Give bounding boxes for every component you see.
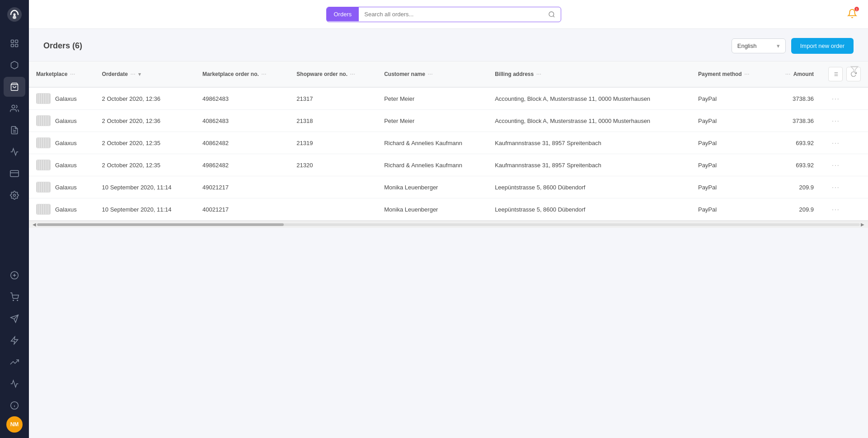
cell-sw-order-no-0: 21317 bbox=[289, 87, 377, 110]
col-customer-name[interactable]: Customer name ··· bbox=[377, 61, 488, 87]
col-payment-method[interactable]: Payment method ··· bbox=[691, 61, 770, 87]
user-avatar[interactable]: NM bbox=[6, 416, 23, 433]
svg-rect-5 bbox=[15, 44, 18, 47]
orders-table-container: Marketplace ··· Orderdate ··· ▾ bbox=[29, 61, 868, 221]
cell-marketplace-2: Galaxus bbox=[29, 132, 95, 154]
sidebar-item-info[interactable] bbox=[4, 396, 25, 415]
orders-controls: English ▾ Import new order bbox=[732, 38, 854, 54]
sidebar-item-add[interactable] bbox=[4, 265, 25, 285]
cell-billing-0: Accounting, Block A, Musterstrasse 11, 0… bbox=[488, 87, 691, 110]
cell-customer-0: Peter Meier bbox=[377, 87, 488, 110]
cell-actions-3: ··· bbox=[821, 154, 868, 176]
sidebar-item-launch3[interactable] bbox=[4, 352, 25, 372]
chevron-down-icon: ▾ bbox=[777, 42, 780, 49]
svg-point-7 bbox=[12, 105, 15, 108]
sidebar-item-settings[interactable] bbox=[4, 185, 25, 205]
svg-rect-2 bbox=[11, 40, 14, 43]
col-orderdate[interactable]: Orderdate ··· ▾ bbox=[95, 61, 195, 87]
svg-rect-3 bbox=[15, 40, 18, 43]
cell-actions-2: ··· bbox=[821, 132, 868, 154]
cell-actions-4: ··· bbox=[821, 176, 868, 198]
scrollbar-thumb[interactable] bbox=[37, 223, 284, 226]
cell-customer-5: Monika Leuenberger bbox=[377, 198, 488, 221]
orders-header: Orders (6) English ▾ Import new order bbox=[29, 29, 868, 61]
cell-billing-4: Leepüntstrasse 5, 8600 Dübendorf bbox=[488, 176, 691, 198]
sidebar-item-launch2[interactable] bbox=[4, 330, 25, 350]
marketplace-logo-0 bbox=[36, 93, 51, 104]
sidebar-item-payments[interactable] bbox=[4, 164, 25, 184]
sidebar-item-products[interactable] bbox=[4, 55, 25, 75]
cell-orderdate-3: 2 October 2020, 12:35 bbox=[95, 154, 195, 176]
cell-amount-3: 693.92 bbox=[770, 154, 821, 176]
sidebar-item-documents[interactable] bbox=[4, 120, 25, 140]
col-dots-amount: ··· bbox=[785, 72, 790, 77]
sidebar-item-marketing[interactable] bbox=[4, 142, 25, 162]
col-marketplace[interactable]: Marketplace ··· bbox=[29, 61, 95, 87]
svg-marker-32 bbox=[851, 66, 858, 73]
notification-bell[interactable]: 1 bbox=[847, 9, 857, 20]
sidebar-item-launch1[interactable] bbox=[4, 309, 25, 329]
column-settings-button[interactable] bbox=[828, 67, 843, 81]
sidebar-navigation bbox=[0, 29, 29, 416]
sidebar-item-orders[interactable] bbox=[4, 77, 25, 97]
svg-point-17 bbox=[17, 300, 18, 301]
row-action-dots-5[interactable]: ··· bbox=[828, 204, 844, 215]
cell-marketplace-3: Galaxus bbox=[29, 154, 95, 176]
cell-billing-3: Kaufmannstrasse 31, 8957 Spreitenbach bbox=[488, 154, 691, 176]
horizontal-scrollbar[interactable]: ◀ ▶ bbox=[29, 221, 868, 228]
sidebar-logo[interactable] bbox=[0, 0, 29, 29]
scroll-left-arrow[interactable]: ◀ bbox=[33, 222, 36, 227]
cell-marketplace-5: Galaxus bbox=[29, 198, 95, 221]
sidebar-item-launch4[interactable] bbox=[4, 374, 25, 394]
orders-table: Marketplace ··· Orderdate ··· ▾ bbox=[29, 61, 868, 221]
col-marketplace-order-no[interactable]: Marketplace order no. ··· bbox=[195, 61, 289, 87]
col-dots-orderdate: ··· bbox=[131, 72, 136, 77]
filter-icon[interactable] bbox=[848, 63, 861, 76]
cell-mp-order-no-3: 49862482 bbox=[195, 154, 289, 176]
sidebar-item-store[interactable] bbox=[4, 287, 25, 307]
col-billing-address[interactable]: Billing address ··· bbox=[488, 61, 691, 87]
cell-sw-order-no-2: 21319 bbox=[289, 132, 377, 154]
orders-tab-button[interactable]: Orders bbox=[327, 7, 359, 21]
cell-actions-0: ··· bbox=[821, 87, 868, 110]
main-content: Orders (6) English ▾ Import new order Ma… bbox=[29, 29, 868, 438]
row-action-dots-2[interactable]: ··· bbox=[828, 137, 844, 148]
svg-point-16 bbox=[13, 300, 14, 301]
sidebar-bottom: NM bbox=[0, 416, 29, 438]
cell-payment-5: PayPal bbox=[691, 198, 770, 221]
sidebar-item-customers[interactable] bbox=[4, 99, 25, 118]
cell-marketplace-4: Galaxus bbox=[29, 176, 95, 198]
marketplace-logo-5 bbox=[36, 204, 51, 215]
scroll-right-arrow[interactable]: ▶ bbox=[861, 222, 864, 227]
row-action-dots-3[interactable]: ··· bbox=[828, 160, 844, 170]
cell-payment-3: PayPal bbox=[691, 154, 770, 176]
table-row: Galaxus 10 September 2020, 11:14 4002121… bbox=[29, 198, 868, 221]
col-amount[interactable]: ··· Amount bbox=[770, 61, 821, 87]
cell-orderdate-1: 2 October 2020, 12:36 bbox=[95, 110, 195, 132]
import-new-order-button[interactable]: Import new order bbox=[791, 38, 854, 54]
col-shopware-order-no[interactable]: Shopware order no. ··· bbox=[289, 61, 377, 87]
marketplace-logo-1 bbox=[36, 115, 51, 126]
search-input[interactable] bbox=[359, 7, 542, 21]
cell-marketplace-0: Galaxus bbox=[29, 87, 95, 110]
row-action-dots-0[interactable]: ··· bbox=[828, 93, 844, 104]
notification-badge: 1 bbox=[854, 7, 859, 11]
language-select[interactable]: English ▾ bbox=[732, 38, 786, 53]
row-action-dots-4[interactable]: ··· bbox=[828, 182, 844, 193]
cell-amount-2: 693.92 bbox=[770, 132, 821, 154]
svg-marker-20 bbox=[11, 337, 18, 344]
table-row: Galaxus 2 October 2020, 12:35 49862482 2… bbox=[29, 154, 868, 176]
sidebar-item-dashboard[interactable] bbox=[4, 33, 25, 53]
row-action-dots-1[interactable]: ··· bbox=[828, 115, 844, 126]
search-icon[interactable] bbox=[543, 7, 561, 22]
table-body: Galaxus 2 October 2020, 12:36 49862483 2… bbox=[29, 87, 868, 221]
scrollbar-track[interactable] bbox=[37, 223, 860, 226]
cell-sw-order-no-5 bbox=[289, 198, 377, 221]
cell-payment-0: PayPal bbox=[691, 87, 770, 110]
topbar: Orders 1 bbox=[29, 0, 868, 29]
svg-point-12 bbox=[14, 194, 16, 197]
cell-customer-2: Richard & Annelies Kaufmann bbox=[377, 132, 488, 154]
marketplace-logo-2 bbox=[36, 137, 51, 148]
cell-payment-4: PayPal bbox=[691, 176, 770, 198]
marketplace-logo-4 bbox=[36, 182, 51, 193]
